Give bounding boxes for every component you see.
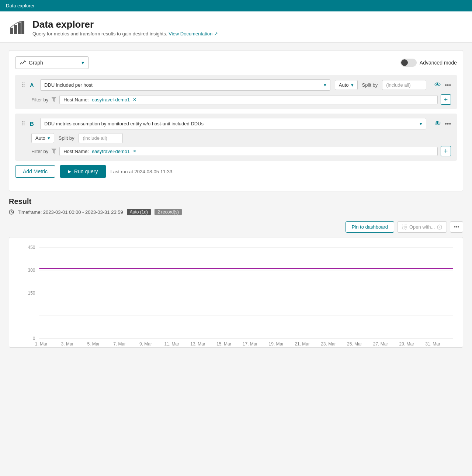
svg-text:5. Mar: 5. Mar [87, 341, 100, 347]
eye-icon-a[interactable]: 👁 [434, 80, 442, 90]
advanced-mode-toggle-area: Advanced mode [400, 59, 457, 67]
chart-svg: 450 300 150 0 1. Mar 3. Mar 5. Mar 7. Ma… [15, 243, 457, 347]
records-badge: 2 record(s) [155, 209, 182, 215]
result-section: Result Timeframe: 2023-03-01 00:00 - 202… [9, 197, 463, 348]
timeframe-text: Timeframe: 2023-03-01 00:00 - 2023-03-31… [18, 209, 123, 215]
eye-icon-b[interactable]: 👁 [434, 119, 442, 128]
add-metric-button[interactable]: Add Metric [15, 165, 55, 178]
graph-icon [20, 60, 26, 65]
svg-text:300: 300 [28, 268, 35, 273]
svg-rect-10 [405, 225, 407, 227]
more-options-button[interactable]: ••• [450, 221, 463, 233]
svg-text:3. Mar: 3. Mar [61, 341, 74, 347]
result-title: Result [9, 197, 463, 206]
metric-a-auto[interactable]: Auto ▾ [335, 80, 358, 90]
svg-text:21. Mar: 21. Mar [295, 341, 310, 347]
svg-text:0: 0 [33, 336, 35, 341]
chart-container: 450 300 150 0 1. Mar 3. Mar 5. Mar 7. Ma… [9, 237, 463, 348]
filter-b-icon [51, 149, 56, 154]
svg-text:9. Mar: 9. Mar [139, 341, 152, 347]
metric-b-actions: 👁 ••• [434, 119, 451, 128]
svg-text:29. Mar: 29. Mar [399, 341, 414, 347]
metric-a-chevron: ▾ [324, 82, 326, 88]
filter-a-tag[interactable]: Host:Name: easytravel-demo1 ✕ [59, 95, 438, 104]
svg-rect-1 [14, 25, 17, 34]
metric-a-label: A [30, 82, 36, 88]
metric-a-header: ⠿ A DDU included per host ▾ Auto ▾ Split… [21, 79, 451, 91]
svg-text:23. Mar: 23. Mar [321, 341, 336, 347]
drag-handle-a[interactable]: ⠿ [21, 81, 25, 88]
auto-a-chevron: ▾ [351, 82, 354, 88]
svg-text:27. Mar: 27. Mar [373, 341, 388, 347]
chevron-down-icon: ▾ [81, 60, 84, 66]
split-by-a-input[interactable]: (include all) [382, 80, 426, 90]
open-with-icon [402, 225, 407, 230]
split-by-b-label: Split by [59, 135, 74, 141]
graph-label: Graph [29, 60, 43, 66]
add-filter-b-button[interactable]: + [441, 146, 451, 156]
graph-dropdown[interactable]: Graph ▾ [15, 56, 89, 69]
run-query-button[interactable]: ▶ Run query [60, 165, 106, 178]
svg-text:450: 450 [28, 245, 35, 250]
svg-marker-5 [51, 149, 56, 154]
filter-b-row: Filter by Host:Name: easytravel-demo1 ✕ … [21, 146, 451, 156]
metric-b-chevron: ▾ [420, 121, 422, 126]
svg-text:13. Mar: 13. Mar [190, 341, 205, 347]
metric-b-label: B [30, 121, 36, 127]
svg-text:11. Mar: 11. Mar [164, 341, 179, 347]
svg-rect-9 [402, 225, 404, 227]
add-filter-a-button[interactable]: + [441, 94, 451, 105]
page-title: Data explorer [32, 19, 218, 30]
split-by-a-label: Split by [362, 82, 378, 88]
svg-rect-2 [18, 22, 21, 34]
action-row: Add Metric ▶ Run query Last run at 2024-… [15, 165, 457, 178]
filter-a-remove[interactable]: ✕ [133, 97, 136, 102]
svg-text:7. Mar: 7. Mar [113, 341, 126, 347]
filter-a-host: Host:Name: [63, 97, 89, 103]
svg-text:15. Mar: 15. Mar [216, 341, 232, 347]
page-description: Query for metrics and transform results … [32, 31, 218, 37]
split-by-b-input[interactable]: (include all) [79, 133, 123, 143]
page-header: Data explorer Query for metrics and tran… [0, 11, 472, 43]
svg-rect-12 [405, 227, 407, 229]
svg-text:i: i [439, 226, 440, 229]
advanced-mode-label: Advanced mode [420, 60, 457, 66]
more-icon-a[interactable]: ••• [445, 82, 451, 88]
filter-b-tag[interactable]: Host:Name: easytravel-demo1 ✕ [59, 147, 438, 156]
info-icon: i [437, 225, 442, 230]
more-icon-b[interactable]: ••• [445, 121, 451, 127]
advanced-mode-toggle[interactable] [400, 59, 417, 67]
svg-marker-4 [51, 97, 56, 102]
svg-rect-3 [21, 21, 24, 34]
svg-text:19. Mar: 19. Mar [269, 341, 284, 347]
metric-b-auto[interactable]: Auto ▾ [31, 133, 54, 143]
svg-text:1. Mar: 1. Mar [35, 341, 48, 347]
filter-b-remove[interactable]: ✕ [133, 149, 136, 154]
last-run-text: Last run at 2024-08-05 11:33. [111, 169, 174, 174]
filter-b-label: Filter by [31, 149, 48, 154]
svg-text:150: 150 [28, 291, 35, 296]
pin-to-dashboard-button[interactable]: Pin to dashboard [346, 221, 394, 233]
filter-b-value: easytravel-demo1 [92, 149, 130, 154]
svg-text:31. Mar: 31. Mar [425, 341, 440, 347]
toggle-knob [401, 59, 408, 66]
metric-a-select[interactable]: DDU included per host ▾ [40, 79, 330, 91]
metric-b-options: Auto ▾ Split by (include all) [21, 133, 451, 143]
metric-a-actions: 👁 ••• [434, 80, 451, 90]
svg-text:17. Mar: 17. Mar [243, 341, 258, 347]
result-meta: Timeframe: 2023-03-01 00:00 - 2023-03-31… [9, 209, 463, 215]
filter-a-row: Filter by Host:Name: easytravel-demo1 ✕ … [21, 94, 451, 105]
metric-b-header: ⠿ B DDU metrics consumption by monitored… [21, 118, 451, 129]
header-text: Data explorer Query for metrics and tran… [32, 19, 218, 37]
filter-a-label: Filter by [31, 97, 48, 103]
drag-handle-b[interactable]: ⠿ [21, 120, 25, 127]
auto-badge: Auto (1d) [127, 209, 151, 215]
metric-b-select[interactable]: DDU metrics consumption by monitored ent… [40, 118, 426, 129]
clock-icon [9, 209, 14, 215]
top-bar: Data explorer [0, 0, 472, 11]
query-panel: Graph ▾ Advanced mode ⠿ A DDU included p… [9, 50, 463, 191]
svg-text:25. Mar: 25. Mar [347, 341, 362, 347]
open-with-button[interactable]: Open with... i [397, 221, 447, 233]
svg-line-8 [11, 212, 13, 213]
view-documentation-link[interactable]: View Documentation ↗ [169, 31, 218, 37]
